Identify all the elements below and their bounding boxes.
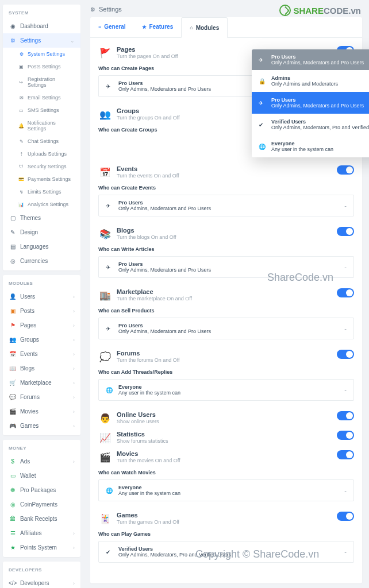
sidebar-subitem-label: Uploads Settings [28,151,67,157]
games-icon: 🃏 [98,512,112,525]
sidebar-item-pages[interactable]: ⚑Pages› [3,318,80,332]
toggle-forums[interactable] [337,350,354,359]
dropdown-option-everyone[interactable]: 🌐EveryoneAny user in the system can [252,136,369,157]
sub-icon: ✉ [18,95,25,100]
sidebar-item-marketplace[interactable]: 🛒Marketplace› [3,376,80,390]
permission-select[interactable]: ✈Pro UsersOnly Admins, Moderators and Pr… [98,318,354,339]
permission-label: Who can Add Threads/Replies [98,369,354,375]
bank receipts-icon: 🏛 [9,516,17,522]
module-row-online-users: 👨Online UsersShow online users [98,411,354,425]
permission-select[interactable]: 🌐EveryoneAny user in the system can- [98,479,354,501]
module-title: Movies [117,450,337,457]
gear-icon: ⚙ [90,6,95,13]
sidebar-item-affiliates[interactable]: ☰Affiliates› [3,526,80,540]
sidebar-subitem-label: Notifications Settings [28,120,75,131]
sidebar-item-settings[interactable]: ⚙Settings⌄ [3,33,80,48]
toggle-events[interactable] [337,165,354,175]
sub-icon: ▭ [18,108,25,113]
select-icon: ✈ [106,264,114,270]
option-subtitle: Only Admins, Moderators, Pro and Verifie… [271,125,369,130]
tab-features[interactable]: ★Features [134,17,182,37]
toggle-movies[interactable] [337,450,354,459]
select-title: Pro Users [118,323,340,328]
sidebar-subitem-uploads-settings[interactable]: ⇡Uploads Settings [3,148,80,160]
sidebar-item-users[interactable]: 👤Users› [3,289,80,304]
chevron-icon: ⌄ [70,38,75,44]
sidebar-group-header: DEVELOPERS [3,562,80,576]
sidebar-item-groups[interactable]: 👥Groups› [3,332,80,347]
sidebar-item-events[interactable]: 📅Events› [3,347,80,361]
dropdown-option-pro-users[interactable]: ✈Pro UsersOnly Admins, Moderators and Pr… [252,92,369,114]
sidebar-item-wallet[interactable]: ▭Wallet [3,469,80,483]
sidebar-subitem-registration-settings[interactable]: ↪Registration Settings [3,73,80,91]
module-subtitle: Turn the blogs On and Off [117,234,337,240]
sidebar-item-label: Forums [20,394,40,400]
dropdown-header[interactable]: ✈Pro UsersOnly Admins, Moderators and Pr… [252,49,369,70]
sidebar-item-ads[interactable]: $Ads› [3,454,80,469]
games-icon: 🎮 [9,423,17,429]
sidebar-item-bank-receipts[interactable]: 🏛Bank Receipts [3,512,80,526]
select-icon: ✈ [106,203,114,209]
sidebar-subitem-email-settings[interactable]: ✉Email Settings [3,91,80,104]
currencies-icon: ◎ [9,258,17,264]
features-icon: ★ [142,24,147,30]
sidebar-item-label: Dashboard [20,23,48,29]
sidebar-subitem-posts-settings[interactable]: ▣Posts Settings [3,60,80,73]
permission-select[interactable]: ✈Pro UsersOnly Admins, Moderators and Pr… [98,195,354,216]
sidebar-item-design[interactable]: ✎Design [3,225,80,239]
chevron-icon: › [73,394,75,400]
toggle-marketplace[interactable] [337,288,354,297]
sidebar-item-games[interactable]: 🎮Games› [3,419,80,433]
module-subtitle: Turn the forums On and Off [117,357,337,363]
module-subtitle: Turn the marketplace On and Off [117,296,337,301]
sidebar-subitem-analytics-settings[interactable]: 📊Analytics Settings [3,198,80,211]
sidebar-subitem-limits-settings[interactable]: ↯Limits Settings [3,185,80,198]
sidebar-item-coinpayments[interactable]: ◎CoinPayments [3,497,80,512]
tab-general[interactable]: ≡General [90,17,134,37]
dropdown-option-verified-users[interactable]: ✔Verified UsersOnly Admins, Moderators, … [252,114,369,136]
sidebar-subitem-system-settings[interactable]: ⚙System Settings [3,48,80,60]
sidebar-subitem-label: Analytics Settings [28,202,68,207]
tab-modules[interactable]: ⌂Modules [181,17,228,38]
select-subtitle: Only Admins, Moderators and Pro Users [118,328,340,334]
toggle-online users[interactable] [337,411,354,420]
permission-select[interactable]: ✈Pro UsersOnly Admins, Moderators and Pr… [98,256,354,278]
module-title: Blogs [117,227,337,234]
sidebar-subitem-security-settings[interactable]: 🛡Security Settings [3,160,80,173]
sidebar-item-blogs[interactable]: 📖Blogs› [3,361,80,376]
sidebar-item-currencies[interactable]: ◎Currencies [3,254,80,268]
permission-select[interactable]: 🌐EveryoneAny user in the system can- [98,379,354,401]
sidebar-item-pro-packages[interactable]: ❁Pro Packages [3,483,80,497]
coinpayments-icon: ◎ [9,501,17,508]
sidebar-item-languages[interactable]: ▤Languages [3,239,80,254]
sidebar-subitem-label: Security Settings [28,164,67,169]
sidebar-group-header: MODULES [3,275,80,289]
sub-icon: ↯ [18,189,25,195]
sidebar-subitem-notifications-settings[interactable]: 🔔Notifications Settings [3,117,80,135]
wallet-icon: ▭ [9,473,17,479]
sidebar-item-dashboard[interactable]: ◉Dashboard [3,19,80,33]
sidebar-item-label: Affiliates [20,530,42,536]
sidebar-item-points-system[interactable]: ★Points System› [3,540,80,555]
statistics-icon: 📈 [98,431,112,444]
sidebar-subitem-chat-settings[interactable]: ✎Chat Settings [3,135,80,148]
chevron-icon: › [73,409,75,415]
sidebar-item-forums[interactable]: 💬Forums› [3,390,80,404]
sidebar-item-movies[interactable]: 🎬Movies› [3,404,80,419]
sidebar-subitem-sms-settings[interactable]: ▭SMS Settings [3,104,80,117]
permission-select[interactable]: ✔Verified UsersOnly Admins, Moderators, … [98,541,354,563]
toggle-statistics[interactable] [337,431,354,440]
sidebar-item-posts[interactable]: ▣Posts› [3,304,80,318]
sub-icon: ⚙ [18,52,25,57]
sidebar-subitem-label: Registration Settings [28,76,75,88]
sidebar-item-themes[interactable]: ▢Themes [3,211,80,225]
sidebar-subitem-payments-settings[interactable]: 💳Payments Settings [3,173,80,185]
sidebar-group-header: MONEY [3,440,80,454]
toggle-games[interactable] [337,512,354,521]
sidebar-item-label: Groups [20,336,39,343]
toggle-blogs[interactable] [337,227,354,236]
permission-dropdown[interactable]: ✈Pro UsersOnly Admins, Moderators and Pr… [252,49,369,157]
sidebar-item-developers[interactable]: </>Developers› [3,576,80,588]
forums-icon: 💬 [9,394,17,400]
dropdown-option-admins[interactable]: 🔒AdminsOnly Admins and Moderators [252,70,369,92]
